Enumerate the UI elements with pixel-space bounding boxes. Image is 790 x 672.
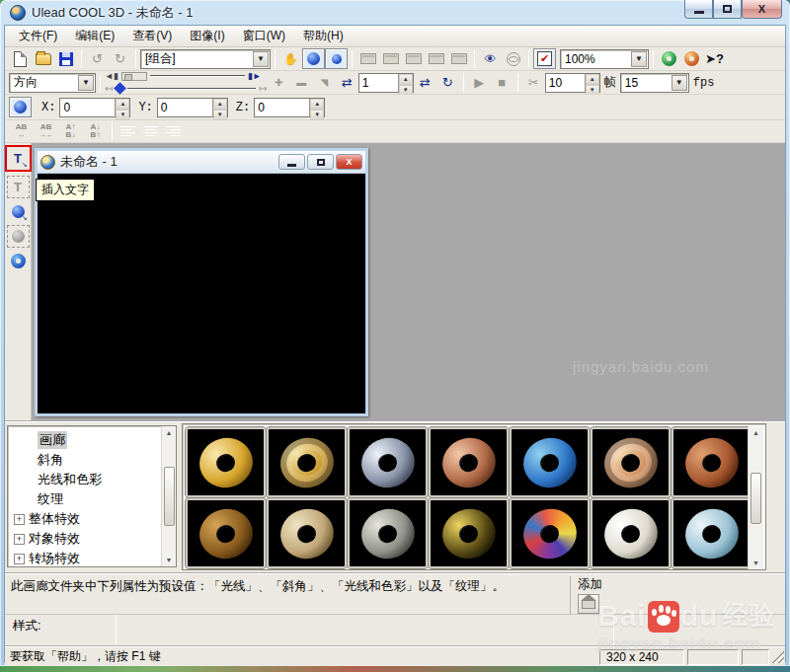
- resize-tool-button[interactable]: [325, 48, 348, 69]
- y-stepper[interactable]: 0 ▲▼: [157, 98, 228, 117]
- web-button[interactable]: [502, 48, 524, 69]
- new-button[interactable]: [9, 48, 32, 69]
- gallery-item[interactable]: [348, 427, 428, 497]
- open-button[interactable]: [32, 48, 54, 69]
- window-mode-2-button[interactable]: [379, 48, 402, 69]
- window-mode-4-button[interactable]: [425, 48, 447, 69]
- document-title-bar[interactable]: 未命名 - 1 X: [38, 151, 365, 174]
- loop-toggle-button[interactable]: ⇄: [336, 72, 358, 93]
- menu-file[interactable]: 文件(F): [11, 26, 65, 46]
- menu-view[interactable]: 查看(V): [124, 26, 180, 46]
- stop-button[interactable]: ■: [491, 72, 514, 93]
- spin-down-icon[interactable]: ▼: [399, 85, 413, 96]
- gallery-item[interactable]: [348, 498, 428, 568]
- gallery-item[interactable]: [429, 427, 509, 497]
- cycle-mode-button[interactable]: ↻: [436, 72, 459, 93]
- timeline-track[interactable]: [150, 75, 245, 77]
- first-frame-icon[interactable]: ◄▮: [105, 71, 118, 81]
- total-frames-stepper[interactable]: 10 ▲▼: [545, 73, 600, 93]
- tree-item-object-fx[interactable]: +对象特效: [12, 529, 176, 549]
- mini-slider[interactable]: [121, 72, 147, 81]
- add-button[interactable]: [578, 594, 599, 614]
- doc-minimize-button[interactable]: [278, 154, 305, 170]
- scrollbar-thumb[interactable]: [750, 473, 761, 524]
- edit-text-button[interactable]: T: [7, 176, 30, 198]
- spin-up-icon[interactable]: ▲: [213, 99, 227, 110]
- gallery-item[interactable]: [186, 427, 266, 497]
- spin-down-icon[interactable]: ▼: [586, 85, 599, 96]
- spin-down-icon[interactable]: ▼: [116, 110, 129, 120]
- z-stepper[interactable]: 0 ▲▼: [254, 98, 325, 117]
- quality-toggle-button[interactable]: ✔: [533, 48, 556, 69]
- direction-combo[interactable]: 方向 ▼: [9, 73, 96, 93]
- gallery-item[interactable]: [672, 498, 751, 568]
- doc-close-button[interactable]: X: [336, 154, 362, 170]
- current-frame-stepper[interactable]: 1 ▲▼: [358, 73, 414, 93]
- back-arrow-icon[interactable]: ↤: [105, 83, 113, 94]
- chevron-down-icon[interactable]: ▼: [253, 51, 269, 67]
- align-right-button[interactable]: [162, 121, 185, 142]
- tree-scrollbar[interactable]: ▲ ▼: [161, 426, 176, 566]
- add-keyframe-button[interactable]: ✚: [268, 72, 290, 93]
- rotate-tool-button[interactable]: [302, 48, 325, 69]
- tree-item-transition-fx[interactable]: +转场特效: [12, 549, 176, 567]
- increase-leading-button[interactable]: A↑ B↓: [58, 122, 83, 141]
- expand-plus-icon[interactable]: +: [14, 534, 25, 545]
- spin-down-icon[interactable]: ▼: [310, 110, 324, 120]
- pan-tool-button[interactable]: ✋: [279, 48, 302, 69]
- preview-button[interactable]: 👁: [479, 48, 502, 69]
- render-canvas[interactable]: [38, 174, 365, 413]
- window-mode-3-button[interactable]: [402, 48, 425, 69]
- fps-combo[interactable]: 15 ▼: [620, 73, 689, 93]
- record-button[interactable]: ✂: [522, 72, 545, 93]
- menu-image[interactable]: 图像(I): [182, 26, 232, 46]
- menu-edit[interactable]: 编辑(E): [67, 26, 122, 46]
- chevron-down-icon[interactable]: ▼: [78, 75, 94, 91]
- keyframe-track[interactable]: [127, 88, 256, 90]
- reverse-keys-button[interactable]: ◥: [313, 72, 336, 93]
- window-mode-5-button[interactable]: [447, 48, 470, 69]
- expand-plus-icon[interactable]: +: [14, 554, 25, 564]
- gallery-item[interactable]: [186, 498, 266, 568]
- tree-item-light-color[interactable]: 光线和色彩: [12, 470, 176, 489]
- delete-keyframe-button[interactable]: ▬: [290, 72, 313, 93]
- align-center-button[interactable]: [139, 121, 162, 142]
- decrease-leading-button[interactable]: A↓ B↑: [83, 122, 108, 141]
- rotate-axis-button[interactable]: [9, 97, 32, 117]
- chevron-down-icon[interactable]: ▼: [631, 51, 647, 67]
- doc-restore-button[interactable]: [307, 154, 334, 170]
- title-bar[interactable]: Ulead COOL 3D - 未命名 - 1 X: [4, 0, 786, 25]
- tree-item-gallery[interactable]: 画廊: [12, 430, 176, 450]
- tree-item-texture[interactable]: 纹理: [12, 489, 176, 509]
- spin-up-icon[interactable]: ▲: [310, 99, 324, 110]
- x-stepper[interactable]: 0 ▲▼: [59, 98, 130, 117]
- insert-graphics-button[interactable]: ↘: [7, 200, 30, 223]
- scroll-down-icon[interactable]: ▼: [166, 554, 173, 566]
- expand-plus-icon[interactable]: +: [14, 514, 25, 525]
- gallery-item[interactable]: [510, 427, 590, 497]
- scroll-up-icon[interactable]: ▲: [166, 426, 173, 439]
- edit-graphics-button[interactable]: [7, 225, 30, 248]
- resize-grip[interactable]: [772, 651, 784, 663]
- gallery-item[interactable]: [429, 498, 509, 568]
- spin-up-icon[interactable]: ▲: [399, 74, 413, 85]
- tree-item-global-fx[interactable]: +整体特效: [12, 509, 176, 529]
- export-web-button[interactable]: [680, 48, 703, 69]
- undo-button[interactable]: ↺: [86, 48, 109, 69]
- align-left-button[interactable]: [117, 121, 139, 142]
- spin-up-icon[interactable]: ▲: [586, 74, 599, 85]
- fwd-arrow-icon[interactable]: ↦: [259, 83, 267, 94]
- gallery-item[interactable]: [591, 427, 671, 497]
- redo-button[interactable]: ↻: [109, 48, 131, 69]
- window-mode-1-button[interactable]: [356, 48, 379, 69]
- gallery-item[interactable]: [267, 498, 347, 568]
- gallery-item[interactable]: [510, 498, 590, 568]
- spin-down-icon[interactable]: ▼: [213, 110, 227, 120]
- play-button[interactable]: ▶: [468, 72, 491, 93]
- tree-item-bevel[interactable]: 斜角: [12, 450, 176, 470]
- save-button[interactable]: [54, 48, 77, 69]
- menu-window[interactable]: 窗口(W): [235, 26, 293, 46]
- context-help-button[interactable]: ➤?: [703, 48, 726, 69]
- condense-spacing-button[interactable]: AB →←: [34, 122, 58, 141]
- scroll-up-icon[interactable]: ▲: [752, 426, 759, 439]
